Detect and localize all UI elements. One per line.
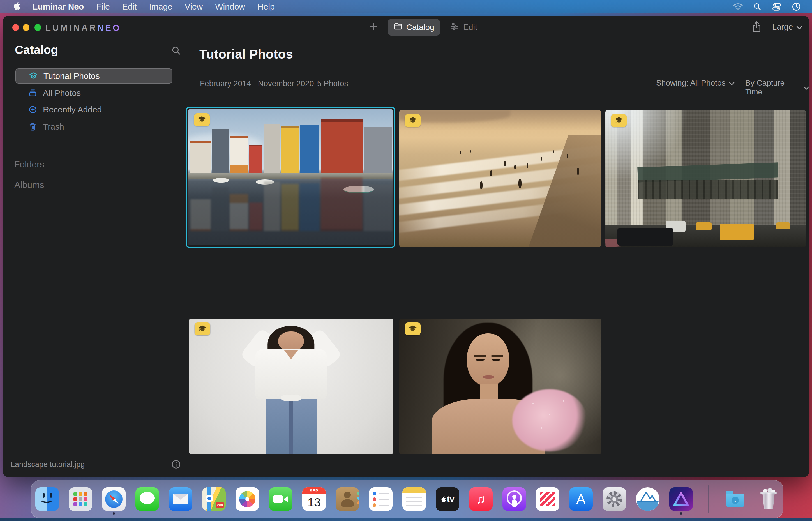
- desktop-edge: [0, 518, 812, 521]
- menu-file[interactable]: File: [96, 2, 110, 12]
- menu-image[interactable]: Image: [149, 2, 172, 12]
- tutorial-badge-icon: [194, 322, 210, 335]
- plus-circle-icon: [28, 105, 37, 114]
- menu-edit[interactable]: Edit: [122, 2, 137, 12]
- photo-city-street-taxis[interactable]: [605, 110, 806, 247]
- dock-luminar-share-icon[interactable]: [636, 488, 659, 511]
- dock-reminders-icon[interactable]: [369, 488, 393, 511]
- sidebar-item-recently-added[interactable]: Recently Added: [16, 102, 172, 117]
- wifi-icon[interactable]: [733, 2, 743, 11]
- sidebar-item-label: Recently Added: [43, 105, 102, 114]
- sidebar-title: Catalog: [15, 43, 58, 56]
- dock-downloads-icon[interactable]: ↓: [723, 488, 747, 511]
- dock-luminar-neo-icon[interactable]: [669, 488, 693, 511]
- photo-art: [189, 319, 393, 454]
- thumbnail-size-label: Large: [772, 22, 793, 32]
- dock-appstore-icon[interactable]: [569, 488, 593, 511]
- sliders-icon: [450, 22, 459, 33]
- dock-settings-icon[interactable]: [603, 488, 626, 511]
- dock-appletv-icon[interactable]: tv: [436, 488, 459, 511]
- control-center-icon[interactable]: [772, 2, 782, 11]
- dock: 280 SEP 13 tv ↓: [31, 480, 783, 518]
- photo-art: [399, 110, 601, 247]
- photo-art: [399, 319, 601, 454]
- sort-dropdown[interactable]: By Capture Time: [745, 78, 809, 96]
- minimize-button[interactable]: [23, 24, 29, 31]
- dock-calendar-icon[interactable]: SEP 13: [302, 488, 326, 511]
- filter-dropdown[interactable]: Showing: All Photos: [656, 78, 735, 88]
- photo-woman-in-white-blouse[interactable]: [189, 319, 393, 454]
- calendar-month: SEP: [302, 488, 326, 494]
- add-photos-button[interactable]: +: [369, 18, 377, 35]
- page-title: Tutorial Photos: [199, 47, 293, 62]
- logo-primary: LUMINAR: [45, 23, 97, 33]
- photo-woman-portrait-pink-flower[interactable]: [399, 319, 601, 454]
- chevron-down-icon: [729, 78, 735, 88]
- dock-maps-icon[interactable]: 280: [202, 488, 226, 511]
- sidebar-section-folders[interactable]: Folders: [14, 159, 44, 169]
- search-icon[interactable]: [171, 45, 181, 56]
- photo-count: 5 Photos: [317, 79, 348, 88]
- selected-filename: Landscape tutorial.jpg: [11, 460, 85, 469]
- sort-label: By Capture Time: [745, 78, 800, 96]
- photo-art: [605, 110, 806, 247]
- clock-icon[interactable]: [792, 2, 801, 11]
- maps-route-badge: 280: [216, 502, 224, 508]
- photo-art: [188, 109, 393, 245]
- dock-mail-icon[interactable]: [169, 488, 192, 511]
- dock-news-icon[interactable]: [536, 488, 559, 511]
- date-range: February 2014 - November 2020: [200, 79, 314, 88]
- dock-divider: [708, 485, 709, 513]
- close-button[interactable]: [12, 24, 19, 31]
- sidebar-item-tutorial-photos[interactable]: Tutorial Photos: [16, 68, 172, 84]
- dock-finder-icon[interactable]: [35, 488, 59, 511]
- tutorial-badge-icon: [405, 322, 421, 335]
- dock-trash-icon[interactable]: [757, 488, 780, 511]
- sidebar-item-label: Trash: [43, 122, 64, 132]
- dock-messages-icon[interactable]: [135, 488, 159, 511]
- tab-catalog-label: Catalog: [406, 23, 434, 32]
- sidebar-item-label: Tutorial Photos: [44, 71, 100, 81]
- sidebar-item-label: All Photos: [43, 88, 81, 98]
- spotlight-search-icon[interactable]: [753, 2, 762, 11]
- chevron-down-icon: [796, 22, 803, 32]
- calendar-day: 13: [302, 494, 326, 511]
- filter-label: Showing: All Photos: [656, 78, 726, 88]
- tutorial-badge-icon: [194, 113, 210, 126]
- info-icon[interactable]: [171, 459, 181, 471]
- thumbnail-size-dropdown[interactable]: Large: [772, 22, 803, 32]
- dock-safari-icon[interactable]: [102, 488, 125, 511]
- dock-contacts-icon[interactable]: [335, 488, 359, 511]
- logo-accent: NEO: [97, 23, 121, 33]
- dock-notes-icon[interactable]: [402, 488, 426, 511]
- menu-window[interactable]: Window: [215, 2, 245, 12]
- sidebar-section-albums[interactable]: Albums: [14, 180, 44, 190]
- tab-edit[interactable]: Edit: [450, 19, 477, 36]
- photo-colorful-canal-houses[interactable]: [186, 107, 395, 248]
- apple-menu-icon[interactable]: [13, 2, 20, 12]
- luminar-neo-logo: LUMINARNEO: [45, 23, 121, 33]
- tab-edit-label: Edit: [463, 23, 477, 32]
- sidebar-item-all-photos[interactable]: All Photos: [16, 86, 172, 101]
- running-indicator: [113, 512, 115, 515]
- dock-music-icon[interactable]: [469, 488, 493, 511]
- chevron-down-icon: [804, 83, 809, 92]
- graduation-cap-icon: [29, 71, 38, 81]
- share-button[interactable]: [751, 20, 762, 34]
- menu-help[interactable]: Help: [257, 2, 275, 12]
- folder-icon: [393, 22, 402, 33]
- photo-beach-sunset-swimmers[interactable]: [399, 110, 601, 247]
- menu-bar: Luminar Neo File Edit Image View Window …: [0, 0, 812, 14]
- tutorial-badge-icon: [405, 114, 421, 127]
- sidebar-item-trash[interactable]: Trash: [16, 119, 172, 134]
- tab-catalog[interactable]: Catalog: [388, 19, 440, 36]
- dock-facetime-icon[interactable]: [269, 488, 293, 511]
- running-indicator: [680, 512, 682, 515]
- menu-view[interactable]: View: [185, 2, 203, 12]
- zoom-button[interactable]: [34, 24, 41, 31]
- dock-podcasts-icon[interactable]: [503, 488, 526, 511]
- menu-app-name[interactable]: Luminar Neo: [32, 2, 84, 12]
- dock-launchpad-icon[interactable]: [69, 488, 92, 511]
- trash-icon: [28, 122, 37, 131]
- dock-photos-icon[interactable]: [235, 488, 259, 511]
